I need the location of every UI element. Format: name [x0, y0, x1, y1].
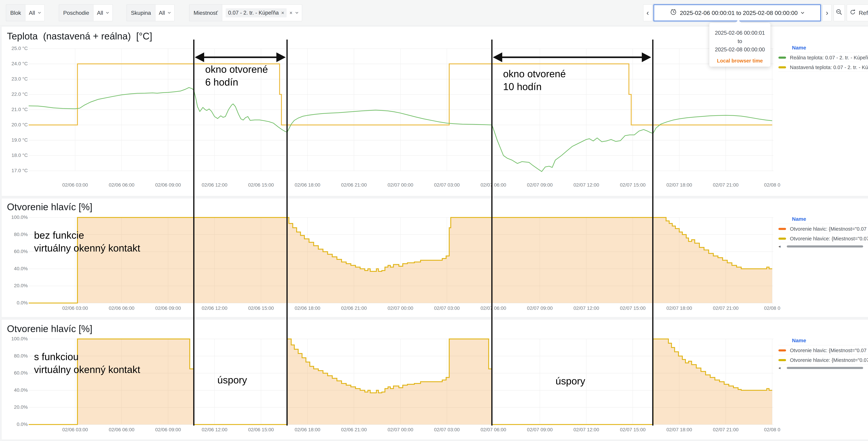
tooltip-from: 2025-02-06 00:00:01: [715, 30, 765, 36]
filter-poschodie-select[interactable]: All: [93, 4, 113, 21]
y-tick-label: 0.0%: [3, 421, 28, 427]
filter-skupina-label: Skupina: [127, 4, 155, 21]
legend-row-valve-open-1[interactable]: Otvorenie hlavic: {Miestnost="0.07 - 2. …: [778, 225, 868, 233]
series-color-swatch: [778, 228, 786, 230]
legend-separator: [778, 364, 868, 365]
scrollbar-track[interactable]: [782, 245, 868, 248]
filter-poschodie-value: All: [97, 10, 103, 16]
filter-skupina: Skupina All: [127, 4, 175, 21]
legend-scrollbar[interactable]: ◄ ►: [778, 244, 868, 249]
legend-label[interactable]: Nastavená teplota: 0.07 - 2. tr. - Kúpeľ…: [790, 65, 868, 70]
y-tick-label: 21.0 °C: [3, 107, 28, 112]
clock-icon: [670, 9, 677, 17]
legend-row-set-temp[interactable]: Nastavená teplota: 0.07 - 2. tr. - Kúpeľ…: [778, 64, 868, 71]
x-tick-label: 02/07 18:00: [657, 306, 702, 311]
x-tick-label: 02/08 0: [750, 427, 795, 433]
time-range-picker[interactable]: 2025-02-06 00:00:01 to 2025-02-08 00:00:…: [654, 4, 821, 21]
y-tick-label: 22.0 °C: [3, 91, 28, 97]
x-tick-label: 02/06 15:00: [238, 306, 283, 311]
x-tick-label: 02/06 12:00: [192, 182, 237, 188]
zoom-out-button[interactable]: [834, 4, 845, 21]
chevron-right-icon: ›: [826, 9, 828, 17]
filter-blok-label: Blok: [6, 4, 25, 21]
x-tick-label: 02/06 06:00: [99, 182, 144, 188]
legend-header[interactable]: Name: [792, 216, 806, 222]
x-tick-label: 02/06 09:00: [146, 306, 191, 311]
chip-remove-icon[interactable]: ×: [281, 10, 284, 15]
x-tick-label: 02/06 06:00: [99, 427, 144, 433]
x-tick-label: 02/06 21:00: [332, 182, 376, 188]
scrollbar-thumb[interactable]: [787, 367, 863, 369]
y-tick-label: 20.0%: [3, 404, 28, 410]
legend-label[interactable]: Otvorenie hlavic: {Miestnost="0.07 - 2. …: [790, 348, 868, 353]
x-tick-label: 02/06 21:00: [332, 427, 376, 433]
filter-blok-select[interactable]: All: [25, 4, 44, 21]
temperature-chart[interactable]: [29, 47, 775, 181]
legend-header[interactable]: Name: [792, 45, 806, 51]
x-tick-label: 02/06 06:00: [99, 306, 144, 311]
y-tick-label: 20.0%: [3, 283, 28, 288]
legend-row-valve-open-2[interactable]: Otvorenie hlavice: {Miestnost="0.07 - 2.…: [778, 235, 868, 243]
scroll-left-icon[interactable]: ◄: [778, 366, 782, 370]
valve-chart-with-function[interactable]: [29, 338, 775, 427]
x-tick-label: 02/07 12:00: [564, 427, 609, 433]
legend-separator: [778, 354, 868, 355]
x-tick-label: 02/07 03:00: [424, 182, 469, 188]
y-tick-label: 60.0%: [3, 249, 28, 254]
legend-row-valve-open-1[interactable]: Otvorenie hlavic: {Miestnost="0.07 - 2. …: [778, 347, 868, 354]
panel-title-valves-2: Otvorenie hlavíc [%]: [7, 323, 92, 334]
x-tick-label: 02/06 21:00: [332, 306, 376, 311]
zoom-out-icon: [836, 9, 842, 17]
x-tick-label: 02/07 09:00: [517, 182, 562, 188]
x-tick-label: 02/07 00:00: [378, 306, 423, 311]
x-tick-label: 02/06 18:00: [285, 182, 330, 188]
filter-skupina-select[interactable]: All: [155, 4, 175, 21]
legend-label[interactable]: Reálna teplota: 0.07 - 2. tr. - Kúpeľňa: [790, 55, 868, 61]
panel-title-temperature: Teplota (nastavená + reálna) [°C]: [7, 31, 152, 42]
x-tick-label: 02/07 03:00: [424, 427, 469, 433]
x-tick-label: 02/06 12:00: [192, 427, 237, 433]
x-tick-label: 02/07 00:00: [378, 182, 423, 188]
y-tick-label: 60.0%: [3, 370, 28, 376]
filter-poschodie: Poschodie All: [59, 4, 113, 21]
panel-title-valves-1: Otvorenie hlavíc [%]: [7, 201, 92, 213]
scrollbar-track[interactable]: [782, 367, 868, 369]
x-tick-label: 02/07 06:00: [471, 427, 516, 433]
legend-header[interactable]: Name: [792, 338, 806, 343]
time-shift-back-button[interactable]: ‹: [643, 4, 652, 21]
chevron-down-icon: [168, 12, 171, 14]
x-tick-label: 02/08 0: [750, 182, 795, 188]
time-shift-forward-button[interactable]: ›: [823, 4, 832, 21]
legend-row-real-temp[interactable]: Reálna teplota: 0.07 - 2. tr. - Kúpeľňa: [778, 54, 868, 61]
y-tick-label: 40.0%: [3, 266, 28, 272]
legend-scrollbar[interactable]: ◄ ►: [778, 366, 868, 370]
window-open-start-line-1: [193, 39, 194, 426]
clear-all-icon[interactable]: ×: [289, 10, 292, 15]
filter-miestnost-select[interactable]: 0.07 - 2. tr. - Kúpeľňa × ×: [222, 4, 302, 21]
series-color-swatch: [778, 57, 786, 59]
tooltip-to-word: to: [738, 38, 742, 44]
y-tick-label: 23.0 °C: [3, 76, 28, 82]
y-tick-label: 17.0 °C: [3, 168, 28, 174]
window-open-start-line-2: [491, 39, 493, 426]
x-tick-label: 02/07 12:00: [564, 306, 609, 311]
legend-label[interactable]: Otvorenie hlavice: {Miestnost="0.07 - 2.…: [790, 236, 868, 242]
window-open-end-line-1: [286, 39, 288, 426]
scroll-left-icon[interactable]: ◄: [778, 245, 782, 249]
annotation-savings-2: úspory: [556, 375, 585, 387]
time-range-text: 2025-02-06 00:00:01 to 2025-02-08 00:00:…: [680, 9, 798, 16]
tooltip-to: 2025-02-08 00:00:00: [715, 46, 765, 53]
filter-miestnost-chip[interactable]: 0.07 - 2. tr. - Kúpeľňa ×: [226, 8, 287, 18]
x-tick-label: 02/07 15:00: [610, 182, 655, 188]
valve-chart-without-function[interactable]: [29, 216, 775, 305]
filter-blok-value: All: [29, 10, 35, 16]
scrollbar-thumb[interactable]: [787, 245, 863, 248]
legend-label[interactable]: Otvorenie hlavice: {Miestnost="0.07 - 2.…: [790, 357, 868, 363]
filter-poschodie-label: Poschodie: [59, 4, 93, 21]
chevron-down-icon: [38, 12, 41, 14]
annotation-window-open-6h: okno otvorené 6 hodín: [205, 63, 268, 89]
refresh-label: Refresh: [859, 9, 868, 16]
legend-label[interactable]: Otvorenie hlavic: {Miestnost="0.07 - 2. …: [790, 226, 868, 232]
refresh-button[interactable]: Refresh: [847, 4, 868, 21]
legend-row-valve-open-2[interactable]: Otvorenie hlavice: {Miestnost="0.07 - 2.…: [778, 356, 868, 364]
